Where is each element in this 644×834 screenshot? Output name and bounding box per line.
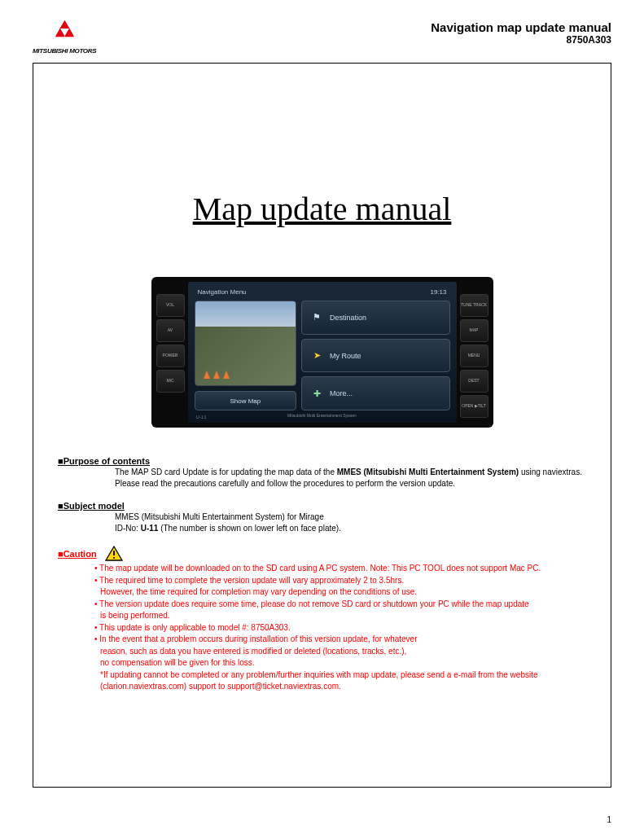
device-id-corner: U-11	[196, 415, 207, 419]
device-btn-map: MAP	[460, 319, 488, 342]
device-btn-vol: VOL	[156, 294, 185, 317]
caution-line: reason, such as data you have entered is…	[94, 646, 586, 658]
caution-line: is being performed.	[94, 610, 586, 622]
header-text-block: Navigation map update manual 8750A303	[431, 20, 611, 46]
plus-icon: ✚	[310, 388, 323, 399]
brand-logo-block: MITSUBISHI MOTORS	[33, 20, 96, 55]
section-body: The MAP SD card Update is for updating t…	[58, 467, 586, 489]
device-btn-tune: TUNE TRACK	[460, 294, 488, 317]
device-btn-open: OPEN ▶TILT	[460, 395, 488, 418]
caution-line: no compensation will be given for this l…	[94, 657, 586, 669]
device-right-buttons: TUNE TRACK MAP MENU DEST OPEN ▶TILT	[460, 282, 488, 423]
menu-destination: ⚑ Destination	[301, 301, 449, 335]
svg-marker-4	[59, 20, 69, 29]
brand-name: MITSUBISHI MOTORS	[33, 47, 96, 55]
device-screen: Navigation Menu 19:13 Show Map	[188, 282, 457, 423]
warning-triangle-icon	[105, 546, 123, 561]
caution-line: • This update is only applicable to mode…	[94, 622, 586, 634]
screen-footer: Mitsubishi Multi Entertainment System	[195, 410, 450, 418]
caution-body: • The map update will be downloaded on t…	[58, 563, 586, 693]
flag-icon: ⚑	[310, 312, 323, 323]
screen-title: Navigation Menu	[198, 288, 247, 296]
caution-line: (clarion.naviextras.com) support to supp…	[94, 681, 586, 693]
header-code: 8750A303	[431, 34, 611, 46]
page-header: MITSUBISHI MOTORS Navigation map update …	[33, 20, 611, 55]
screen-clock: 19:13	[430, 288, 446, 296]
menu-label: My Route	[330, 352, 361, 360]
device-btn-dest: DEST	[460, 370, 488, 393]
svg-marker-6	[64, 29, 74, 37]
menu-label: Destination	[330, 314, 366, 322]
caution-line: • The required time to complete the vers…	[94, 575, 586, 587]
section-purpose: ■Purpose of contents The MAP SD card Upd…	[58, 456, 586, 489]
section-heading-caution: ■Caution	[58, 546, 123, 561]
caution-line: • The version update does require some t…	[94, 599, 586, 611]
caution-line: *If updating cannot be completed or any …	[94, 669, 586, 682]
header-title: Navigation map update manual	[431, 20, 611, 34]
caution-line: However, the time required for completio…	[94, 586, 586, 599]
svg-point-9	[113, 557, 115, 559]
caution-line: • In the event that a problem occurs dur…	[94, 634, 586, 646]
device-btn-mic: MIC	[156, 370, 185, 393]
mitsubishi-logo-icon	[50, 20, 79, 45]
section-body: MMES (Mitsubishi Multi Entertainment Sys…	[58, 511, 586, 534]
device-left-buttons: VOL AV POWER MIC	[156, 282, 185, 423]
menu-label: More...	[330, 389, 353, 397]
map-thumbnail	[195, 301, 297, 386]
main-title: Map update manual	[58, 190, 586, 228]
section-heading: ■Purpose of contents	[58, 456, 586, 466]
device-btn-menu: MENU	[460, 345, 488, 367]
device-btn-power: POWER	[156, 345, 185, 367]
menu-myroute: ➤ My Route	[301, 339, 449, 373]
route-icon: ➤	[310, 350, 323, 361]
show-map-button: Show Map	[195, 391, 297, 410]
device-illustration: VOL AV POWER MIC Navigation Menu 19:13	[151, 277, 493, 428]
section-heading: ■Subject model	[58, 501, 586, 511]
section-caution: ■Caution • The map update will be downlo…	[58, 546, 586, 693]
caution-line: • The map update will be downloaded on t…	[94, 563, 586, 575]
menu-more: ✚ More...	[301, 376, 449, 410]
page-number: 1	[607, 815, 611, 824]
section-subject: ■Subject model MMES (Mitsubishi Multi En…	[58, 501, 586, 534]
device-btn-av: AV	[156, 319, 185, 342]
content-frame: Map update manual VOL AV POWER MIC Navig…	[33, 63, 611, 788]
svg-marker-5	[55, 29, 65, 37]
